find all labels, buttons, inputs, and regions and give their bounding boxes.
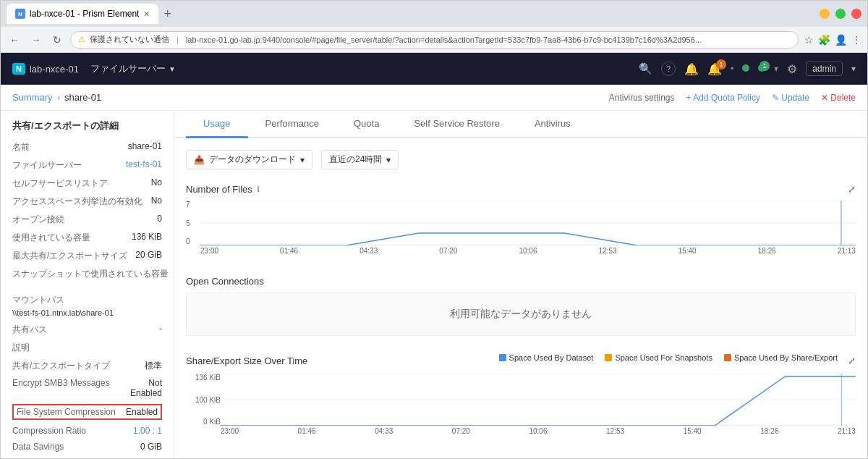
antivirus-settings-button[interactable]: Antivirus settings bbox=[609, 93, 675, 103]
compression-row: File System Compression Enabled bbox=[12, 404, 162, 420]
sidebar-row-maxsize: 最大共有/エクスポートサイズ 20 GiB bbox=[12, 250, 162, 262]
legend-dot-snapshots bbox=[605, 354, 612, 361]
sidebar: 共有/エクスポートの詳細 名前 share-01 ファイルサーバー test-f… bbox=[1, 111, 174, 458]
action-bar: Summary › share-01 Antivirus settings + … bbox=[1, 85, 867, 111]
download-dropdown-icon: ▾ bbox=[300, 155, 305, 165]
compression-label: File System Compression bbox=[17, 407, 116, 417]
chart-title-connections: Open Connections bbox=[186, 276, 856, 287]
description-label: 説明 bbox=[12, 342, 30, 354]
size-expand-icon[interactable]: ⤢ bbox=[848, 355, 856, 366]
maximize-button[interactable] bbox=[835, 9, 846, 19]
files-expand-icon[interactable]: ⤢ bbox=[848, 184, 856, 195]
size-x-labels: 23:00 01:46 04:33 07:20 10:06 12:53 15:4… bbox=[221, 427, 856, 435]
minimize-button[interactable] bbox=[820, 9, 830, 19]
tab-quota[interactable]: Quota bbox=[336, 111, 396, 138]
exporttype-label: 共有/エクスポートタイプ bbox=[12, 360, 110, 372]
maxsize-value: 20 GiB bbox=[135, 250, 162, 260]
share-size-chart: Share/Export Size Over Time Space Used B… bbox=[186, 353, 856, 439]
exporttype-value: 標準 bbox=[145, 360, 162, 372]
size-chart-legend: Space Used By Dataset Space Used For Sna… bbox=[499, 353, 838, 362]
add-quota-policy-button[interactable]: + Add Quota Policy bbox=[686, 93, 760, 103]
browser-tab-close[interactable]: × bbox=[143, 8, 149, 20]
profile-icon[interactable]: 👤 bbox=[835, 34, 847, 46]
new-tab-button[interactable]: + bbox=[164, 7, 172, 22]
breadcrumb-current: share-01 bbox=[64, 92, 101, 103]
encrypt-value: Not Enabled bbox=[116, 378, 162, 398]
file-server-label: ファイルサーバー bbox=[90, 62, 166, 75]
y-mid: 5 bbox=[186, 219, 200, 227]
legend-share: Space Used By Share/Export bbox=[724, 353, 838, 362]
extensions-icon[interactable]: 🧩 bbox=[818, 34, 830, 46]
files-chart-svg bbox=[200, 201, 856, 245]
files-chart-container: 7 5 0 bbox=[186, 201, 856, 258]
alert-badge[interactable]: 🔔 1 bbox=[707, 62, 722, 76]
connections-value: 0 bbox=[157, 214, 162, 224]
name-label: 名前 bbox=[12, 141, 30, 153]
time-range-dropdown-icon: ▾ bbox=[386, 155, 391, 165]
no-data-message: 利用可能なデータがありません bbox=[186, 292, 856, 336]
time-range-button[interactable]: 直近の24時間 ▾ bbox=[321, 150, 399, 169]
files-chart-label: Number of Files bbox=[186, 184, 252, 195]
back-button[interactable]: ← bbox=[7, 33, 22, 47]
sidebar-row-connections: オープン接続 0 bbox=[12, 214, 162, 226]
size-chart-label: Share/Export Size Over Time bbox=[186, 355, 307, 366]
chart-title-size: Share/Export Size Over Time Space Used B… bbox=[186, 353, 856, 368]
size-chart-svg bbox=[221, 374, 856, 426]
sidebar-row-ratio: Compression Ratio 1.00 : 1 bbox=[12, 426, 162, 436]
menu-icon[interactable]: ⋮ bbox=[851, 34, 861, 46]
size-y-bottom: 0 KiB bbox=[186, 418, 221, 426]
file-server-nav[interactable]: ファイルサーバー ▼ bbox=[90, 62, 176, 75]
main-layout: 共有/エクスポートの詳細 名前 share-01 ファイルサーバー test-f… bbox=[1, 111, 867, 458]
sidebar-row-snapshot: スナップショットで使用されている容量 0 GiB bbox=[12, 268, 162, 288]
status-indicator-2[interactable]: 1 bbox=[758, 64, 765, 74]
help-icon[interactable]: ? bbox=[661, 62, 676, 76]
sidebar-title: 共有/エクスポートの詳細 bbox=[12, 119, 162, 132]
files-info-icon[interactable]: ℹ bbox=[257, 185, 260, 194]
browser-tab[interactable]: N lab-nxce-01 - Prism Element × bbox=[7, 4, 158, 24]
download-label: データのダウンロード bbox=[209, 153, 296, 166]
admin-dropdown-icon[interactable]: ▾ bbox=[851, 64, 856, 74]
tab-usage[interactable]: Usage bbox=[186, 111, 248, 138]
tab-selfservice[interactable]: Self Service Restore bbox=[396, 111, 517, 138]
notification-bell[interactable]: 🔔 bbox=[684, 62, 699, 76]
legend-dot-dataset bbox=[499, 354, 506, 361]
sidebar-row-used: 使用されている容量 136 KiB bbox=[12, 232, 162, 244]
tab-content-usage: 📥 データのダウンロード ▾ 直近の24時間 ▾ Number of Files bbox=[174, 138, 867, 458]
refresh-button[interactable]: ↻ bbox=[50, 33, 64, 47]
status-indicator-1[interactable] bbox=[742, 64, 749, 74]
compression-value: Enabled bbox=[126, 407, 158, 417]
bookmark-icon[interactable]: ☆ bbox=[804, 34, 814, 46]
breadcrumb: Summary › share-01 bbox=[12, 92, 101, 103]
download-button[interactable]: 📥 データのダウンロード ▾ bbox=[186, 150, 312, 169]
ratio-label: Compression Ratio bbox=[12, 426, 86, 436]
address-bar[interactable]: ⚠ 保護されていない通信 | lab-nxce-01.go-lab.jp:944… bbox=[70, 31, 799, 49]
fileserver-value[interactable]: test-fs-01 bbox=[126, 159, 162, 169]
sidebar-row-access: アクセススペース列挙法の有効化 No bbox=[12, 195, 162, 208]
alert-count: 1 bbox=[716, 59, 726, 70]
breadcrumb-parent[interactable]: Summary bbox=[12, 92, 53, 103]
size-y-top: 136 KiB bbox=[186, 374, 221, 382]
download-icon: 📥 bbox=[194, 155, 205, 165]
forward-button[interactable]: → bbox=[28, 33, 44, 47]
search-icon[interactable]: 🔍 bbox=[639, 62, 652, 75]
admin-button[interactable]: admin bbox=[806, 62, 843, 76]
sidebar-row-sharedbus: 共有バス - bbox=[12, 324, 162, 336]
tab-antivirus[interactable]: Antivirus bbox=[517, 111, 588, 138]
mountpath-value: \\test-fs-01.ntnx.lab\share-01 bbox=[12, 308, 114, 317]
sidebar-row-encrypt: Encrypt SMB3 Messages Not Enabled bbox=[12, 378, 162, 398]
legend-label-dataset: Space Used By Dataset bbox=[509, 353, 594, 362]
ratio-value: 1.00 : 1 bbox=[133, 426, 162, 436]
encrypt-label: Encrypt SMB3 Messages bbox=[12, 378, 110, 388]
close-button[interactable] bbox=[851, 9, 861, 19]
toolbar-icons: ☆ 🧩 👤 ⋮ bbox=[804, 34, 861, 46]
tab-performance[interactable]: Performance bbox=[248, 111, 336, 138]
delete-button[interactable]: ✕ Delete bbox=[821, 93, 856, 103]
status-dot-1 bbox=[742, 64, 749, 72]
update-button[interactable]: ✎ Update bbox=[772, 93, 809, 103]
legend-snapshots: Space Used For Snapshots bbox=[605, 353, 712, 362]
window-controls bbox=[820, 9, 861, 19]
settings-icon[interactable]: ⚙ bbox=[787, 62, 797, 76]
browser-titlebar: N lab-nxce-01 - Prism Element × + bbox=[1, 1, 867, 27]
header-icons: 🔍 ? 🔔 🔔 1 • 1 ▾ ⚙ admin bbox=[639, 62, 856, 76]
legend-label-share: Space Used By Share/Export bbox=[734, 353, 838, 362]
